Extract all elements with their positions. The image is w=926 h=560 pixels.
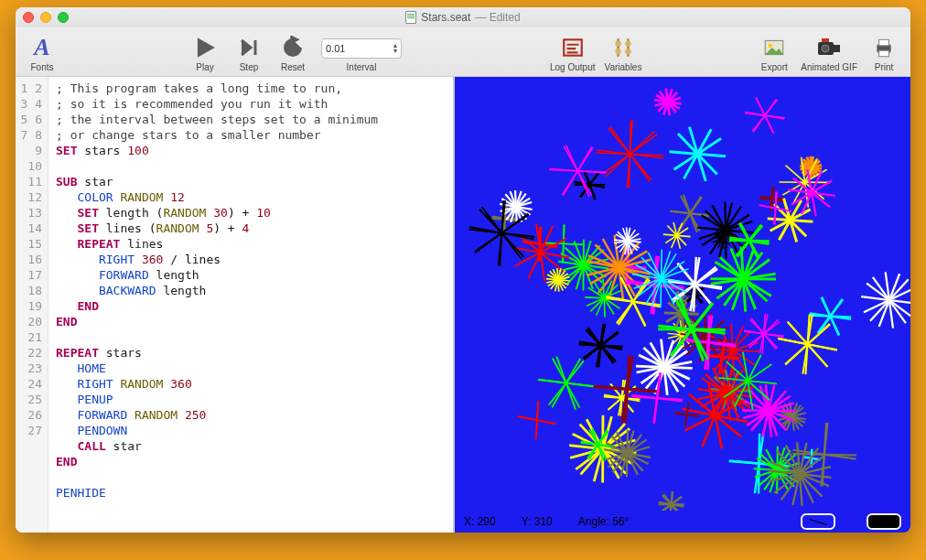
reset-button[interactable]: Reset bbox=[275, 31, 310, 74]
close-icon[interactable] bbox=[23, 12, 34, 23]
document-icon bbox=[405, 11, 416, 24]
svg-point-10 bbox=[625, 48, 631, 55]
svg-rect-19 bbox=[879, 50, 889, 57]
play-label: Play bbox=[196, 62, 213, 72]
svg-line-212 bbox=[702, 384, 727, 447]
log-output-label: Log Output bbox=[550, 62, 595, 72]
status-y-value: 310 bbox=[534, 515, 553, 528]
interval-value-box[interactable]: 0.01 ▴ ▾ bbox=[321, 38, 402, 59]
line-number-gutter: 1 2 3 4 5 6 7 8 9 10 11 12 13 14 15 16 1… bbox=[16, 77, 48, 533]
fonts-label: Fonts bbox=[30, 62, 53, 72]
svg-line-106 bbox=[870, 279, 909, 320]
variables-button[interactable]: Variables bbox=[604, 31, 641, 74]
svg-line-290 bbox=[549, 361, 584, 404]
bg-color-swatch[interactable] bbox=[867, 513, 901, 530]
status-angle-label: Angle: bbox=[578, 515, 609, 528]
chevron-down-icon: ▾ bbox=[393, 48, 397, 54]
minimize-icon[interactable] bbox=[40, 12, 51, 23]
variables-icon bbox=[608, 33, 638, 62]
reset-label: Reset bbox=[281, 62, 305, 72]
print-icon bbox=[869, 33, 899, 62]
animated-gif-label: Animated GIF bbox=[801, 62, 857, 72]
svg-point-8 bbox=[625, 40, 631, 47]
print-label: Print bbox=[875, 62, 894, 72]
window-controls bbox=[23, 12, 69, 23]
interval-label: Interval bbox=[347, 62, 377, 72]
canvas-status-bar: X: 290 Y: 310 Angle: 56° bbox=[455, 511, 910, 533]
export-icon bbox=[759, 33, 789, 62]
svg-line-226 bbox=[708, 315, 709, 370]
log-output-icon bbox=[558, 33, 587, 62]
fonts-icon: A bbox=[27, 33, 57, 62]
code-text[interactable]: ; This program takes a long time to run,… bbox=[48, 77, 453, 533]
svg-line-407 bbox=[625, 355, 629, 423]
play-button[interactable]: Play bbox=[188, 31, 222, 74]
code-editor[interactable]: 1 2 3 4 5 6 7 8 9 10 11 12 13 14 15 16 1… bbox=[16, 77, 453, 533]
step-button[interactable]: Step bbox=[232, 31, 266, 74]
toolbar: A Fonts Play Step Reset 0.01 bbox=[16, 27, 910, 77]
variables-label: Variables bbox=[604, 62, 641, 72]
window-title: Stars.seat — Edited bbox=[16, 7, 910, 27]
print-button[interactable]: Print bbox=[867, 31, 901, 74]
app-window: Stars.seat — Edited A Fonts Play Step bbox=[16, 7, 910, 533]
svg-rect-18 bbox=[879, 39, 889, 46]
log-output-button[interactable]: Log Output bbox=[550, 31, 595, 74]
step-label: Step bbox=[240, 62, 259, 72]
stepper-arrows[interactable]: ▴ ▾ bbox=[393, 43, 397, 54]
drawing-surface bbox=[455, 77, 910, 531]
status-angle-value: 56° bbox=[612, 515, 629, 528]
status-y: Y: 310 bbox=[522, 515, 553, 528]
turtle-canvas[interactable]: X: 290 Y: 310 Angle: 56° bbox=[453, 77, 910, 533]
svg-rect-16 bbox=[822, 38, 829, 42]
status-x-value: 290 bbox=[478, 515, 496, 528]
animated-gif-button[interactable]: Animated GIF bbox=[801, 31, 857, 74]
svg-point-12 bbox=[769, 44, 772, 48]
reset-icon bbox=[278, 33, 307, 62]
play-icon bbox=[190, 33, 220, 62]
svg-point-14 bbox=[822, 45, 829, 52]
export-label: Export bbox=[761, 62, 788, 72]
titlebar[interactable]: Stars.seat — Edited bbox=[16, 7, 910, 27]
camera-icon bbox=[814, 33, 844, 62]
fonts-button[interactable]: A Fonts bbox=[25, 31, 59, 74]
edited-indicator: — Edited bbox=[475, 11, 520, 24]
status-y-label: Y: bbox=[522, 515, 532, 528]
status-x-label: X: bbox=[464, 515, 474, 528]
svg-rect-15 bbox=[834, 45, 840, 52]
export-button[interactable]: Export bbox=[757, 31, 791, 74]
svg-point-9 bbox=[615, 48, 621, 55]
zoom-icon[interactable] bbox=[58, 12, 69, 23]
status-angle: Angle: 56° bbox=[578, 515, 630, 528]
filename: Stars.seat bbox=[421, 11, 470, 24]
status-x: X: 290 bbox=[464, 515, 496, 528]
step-icon bbox=[234, 33, 264, 62]
svg-line-160 bbox=[752, 100, 777, 131]
svg-point-7 bbox=[615, 40, 621, 47]
content-split: 1 2 3 4 5 6 7 8 9 10 11 12 13 14 15 16 1… bbox=[16, 77, 910, 533]
pen-color-swatch[interactable] bbox=[801, 513, 835, 530]
interval-value: 0.01 bbox=[326, 43, 345, 54]
interval-stepper[interactable]: 0.01 ▴ ▾ Interval bbox=[319, 31, 404, 74]
